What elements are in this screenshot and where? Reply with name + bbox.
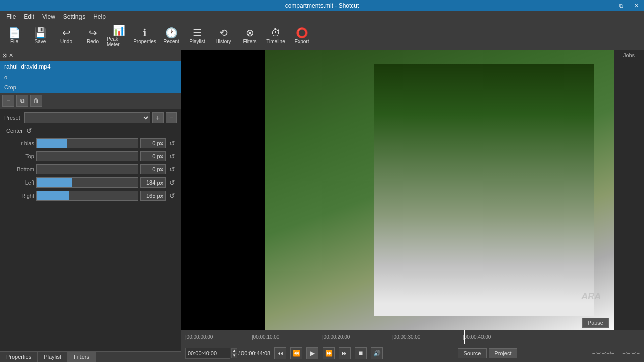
undo-icon: ↩ <box>62 28 71 38</box>
bottom-slider[interactable] <box>36 164 138 174</box>
top-value[interactable] <box>140 151 166 161</box>
left-value[interactable] <box>140 177 166 188</box>
right-label: Right <box>4 193 34 199</box>
timeline-button[interactable]: ⏱ Timeline <box>264 24 288 49</box>
file-icon: 📄 <box>8 28 21 38</box>
fast-forward-button[interactable]: ⏩ <box>323 347 335 359</box>
menu-view[interactable]: View <box>38 12 59 21</box>
export-button[interactable]: ⭕ Export <box>290 24 314 49</box>
close-button[interactable]: ✕ <box>629 0 644 11</box>
r-bias-slider[interactable] <box>36 138 138 148</box>
watermark: ARA <box>581 291 601 302</box>
preset-add-button[interactable]: + <box>152 112 164 123</box>
left-row: Left ↺ <box>2 176 179 189</box>
time-up-button[interactable]: ▲ <box>231 348 237 353</box>
properties-button[interactable]: ℹ Properties <box>133 24 157 49</box>
clip-name-bar[interactable]: rahul_dravid.mp4 <box>0 61 181 72</box>
history-button[interactable]: ⟲ History <box>211 24 235 49</box>
bottom-value[interactable] <box>140 164 166 174</box>
goto-start-button[interactable]: ⏮ <box>274 347 286 359</box>
tab-properties[interactable]: Properties <box>0 352 38 362</box>
remove-filter-button[interactable]: − <box>2 95 14 107</box>
toolbar: 📄 File 💾 Save ↩ Undo ↪ Redo 📊 Peak Meter… <box>0 22 644 50</box>
menu-edit[interactable]: Edit <box>20 12 38 21</box>
playlist-button[interactable]: ☰ Playlist <box>185 24 209 49</box>
minimize-button[interactable]: − <box>599 0 614 11</box>
peak-meter-label: Peak Meter <box>107 36 131 47</box>
r-bias-value[interactable] <box>140 138 166 148</box>
history-icon: ⟲ <box>219 28 228 38</box>
right-value[interactable] <box>140 191 166 201</box>
preset-row: Preset + − <box>2 111 179 125</box>
file-label: File <box>10 39 18 44</box>
black-bar-left <box>181 50 265 330</box>
rewind-button[interactable]: ⏪ <box>290 347 302 359</box>
undo-button[interactable]: ↩ Undo <box>54 24 78 49</box>
right-reset[interactable]: ↺ <box>168 191 177 200</box>
filters-icon: ⊗ <box>246 28 254 38</box>
center-reset-icon[interactable]: ↺ <box>25 126 34 135</box>
panel-expand-icon[interactable]: ⊠ <box>2 52 7 59</box>
play-button[interactable]: ▶ <box>306 347 318 359</box>
filters-button[interactable]: ⊗ Filters <box>237 24 262 49</box>
menu-help[interactable]: Help <box>89 12 110 21</box>
export-icon: ⭕ <box>296 28 308 38</box>
panel-close-icon[interactable]: ✕ <box>9 52 13 59</box>
save-button[interactable]: 💾 Save <box>28 24 52 49</box>
time-down-button[interactable]: ▼ <box>231 353 237 358</box>
filter-params: Preset + − Center ↺ r bias ↺ To <box>0 109 181 351</box>
right-slider[interactable] <box>36 191 138 201</box>
jobs-panel: Jobs <box>614 50 644 330</box>
transport-bar: ▲ ▼ / 00:00:44:08 ⏮ ⏪ ▶ ⏩ ⏭ ⏹ 🔊 Source P… <box>181 344 644 362</box>
left-panel: ⊠ ✕ rahul_dravid.mp4 o Crop − ⧉ 🗑 Preset… <box>0 50 181 362</box>
ruler-mark-0: |00:00:00:00 <box>185 334 213 340</box>
timeline-icon: ⏱ <box>271 28 281 38</box>
timecode-display: ▲ ▼ / 00:00:44:08 <box>185 348 270 359</box>
source-tab[interactable]: Source <box>458 348 487 358</box>
timeline-label: Timeline <box>266 39 285 44</box>
current-time-input[interactable] <box>185 348 230 359</box>
history-label: History <box>215 39 231 44</box>
video-frame: ARA <box>181 50 644 330</box>
menu-file[interactable]: File <box>2 12 20 21</box>
stop-button[interactable]: ⏹ <box>355 347 367 359</box>
playlist-icon: ☰ <box>193 28 202 38</box>
preset-remove-button[interactable]: − <box>166 112 177 123</box>
titlebar: compartments.mlt - Shotcut − ⧉ ✕ <box>0 0 644 11</box>
timeline-ruler-top: |00:00:00:00 |00:00:10:00 |00:00:20:00 |… <box>181 330 644 344</box>
properties-label: Properties <box>133 39 156 44</box>
recent-button[interactable]: 🕐 Recent <box>159 24 183 49</box>
left-slider[interactable] <box>36 177 138 188</box>
goto-end-button[interactable]: ⏭ <box>339 347 351 359</box>
tab-filters[interactable]: Filters <box>68 352 96 362</box>
menu-settings[interactable]: Settings <box>59 12 89 21</box>
filter-item-crop[interactable]: Crop <box>0 82 181 93</box>
peak-meter-button[interactable]: 📊 Peak Meter <box>107 24 131 49</box>
filter-item-o[interactable]: o <box>0 72 181 82</box>
bottom-reset[interactable]: ↺ <box>168 165 177 174</box>
redo-button[interactable]: ↪ Redo <box>80 24 105 49</box>
pause-button[interactable]: Pause <box>582 318 609 328</box>
ruler-mark-1: |00:00:10:00 <box>252 334 279 340</box>
r-bias-label: r bias <box>4 140 34 146</box>
maximize-button[interactable]: ⧉ <box>614 0 629 11</box>
delete-filter-button[interactable]: 🗑 <box>30 95 42 107</box>
tab-playlist[interactable]: Playlist <box>38 352 68 362</box>
peak-meter-icon: 📊 <box>113 25 125 35</box>
bottom-row: Bottom ↺ <box>2 163 179 176</box>
top-reset[interactable]: ↺ <box>168 152 177 161</box>
copy-filter-button[interactable]: ⧉ <box>16 95 28 107</box>
ruler-mark-2: |00:00:20:00 <box>322 334 350 340</box>
window-controls: − ⧉ ✕ <box>599 0 644 11</box>
project-tab[interactable]: Project <box>489 348 517 358</box>
redo-label: Redo <box>87 39 99 44</box>
recent-icon: 🕐 <box>165 28 178 38</box>
left-reset[interactable]: ↺ <box>168 178 177 187</box>
preset-select[interactable] <box>24 112 150 123</box>
volume-button[interactable]: 🔊 <box>371 347 383 359</box>
top-slider[interactable] <box>36 151 138 161</box>
playhead-indicator <box>464 330 465 344</box>
total-time: 00:00:44:08 <box>241 350 270 356</box>
r-bias-reset[interactable]: ↺ <box>168 139 177 148</box>
file-button[interactable]: 📄 File <box>2 24 26 49</box>
